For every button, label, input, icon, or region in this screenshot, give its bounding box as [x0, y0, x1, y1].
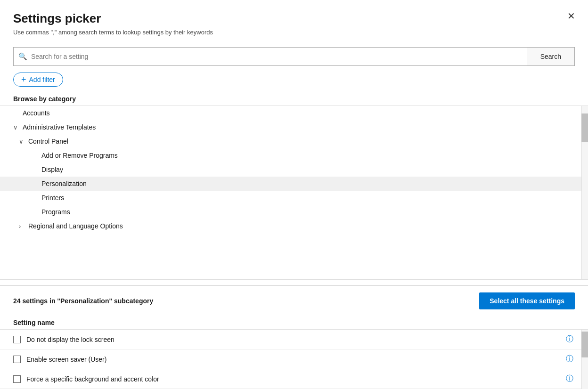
setting-name: Enable screen saver (User)	[26, 356, 559, 363]
tree-item-label: Printers	[41, 194, 64, 202]
dialog-subtitle: Use commas "," among search terms to loo…	[13, 29, 575, 36]
search-icon: 🔍	[18, 52, 27, 61]
tree-item-label: Regional and Language Options	[28, 222, 123, 230]
tree-item-label: Control Panel	[28, 138, 68, 145]
settings-count: 24 settings in "Personalization" subcate…	[13, 297, 153, 305]
tree-item-label: Add or Remove Programs	[41, 152, 118, 159]
tree-item-label: Administrative Templates	[23, 123, 96, 131]
dialog-title: Settings picker	[13, 11, 575, 26]
tree-item-label: Accounts	[23, 109, 50, 117]
search-button[interactable]: Search	[527, 47, 575, 66]
tree-item[interactable]: ∨Control Panel	[0, 134, 588, 148]
settings-list-header: Setting name	[0, 316, 588, 330]
settings-picker-dialog: Settings picker Use commas "," among sea…	[0, 0, 588, 389]
chevron-icon: ∨	[13, 124, 22, 131]
filter-row: + Add filter	[0, 71, 588, 91]
setting-name: Do not display the lock screen	[26, 336, 559, 343]
tree-item[interactable]: Accounts	[0, 106, 588, 120]
tree-item[interactable]: Printers	[0, 191, 588, 205]
add-filter-button[interactable]: + Add filter	[13, 73, 63, 87]
tree-scrollbar-track	[581, 106, 588, 279]
tree-item[interactable]: Add or Remove Programs	[0, 148, 588, 162]
dialog-header: Settings picker Use commas "," among sea…	[0, 0, 588, 41]
tree-scrollbar-thumb	[581, 113, 588, 142]
add-filter-label: Add filter	[29, 76, 55, 83]
settings-scrollbar-thumb	[581, 332, 588, 357]
chevron-icon: ›	[19, 223, 27, 230]
info-icon[interactable]: ⓘ	[564, 334, 575, 344]
setting-name: Force a specific background and accent c…	[26, 375, 559, 383]
tree-item-label: Programs	[41, 208, 70, 216]
search-input[interactable]	[31, 53, 522, 60]
tree-item[interactable]: Programs	[0, 205, 588, 219]
settings-list: Do not display the lock screenⓘEnable sc…	[0, 330, 588, 389]
tree-item[interactable]: Display	[0, 162, 588, 177]
browse-label: Browse by category	[0, 91, 588, 105]
info-icon[interactable]: ⓘ	[564, 354, 575, 364]
tree-item-label: Personalization	[41, 180, 87, 187]
setting-checkbox[interactable]	[13, 336, 21, 343]
bottom-header: 24 settings in "Personalization" subcate…	[0, 286, 588, 316]
close-button[interactable]: ✕	[564, 8, 579, 24]
settings-scrollbar-track	[581, 330, 588, 389]
bottom-panel: 24 settings in "Personalization" subcate…	[0, 285, 588, 389]
add-filter-plus-icon: +	[21, 75, 26, 84]
tree-item[interactable]: ›Regional and Language Options	[0, 219, 588, 233]
tree-item[interactable]: ∨Administrative Templates	[0, 120, 588, 134]
setting-item[interactable]: Enable screen saver (User)ⓘ	[0, 349, 588, 369]
setting-checkbox[interactable]	[13, 375, 21, 383]
chevron-icon: ∨	[19, 138, 27, 145]
info-icon[interactable]: ⓘ	[564, 374, 575, 384]
tree-item[interactable]: Personalization	[0, 177, 588, 191]
search-input-wrap: 🔍	[13, 47, 527, 66]
setting-checkbox[interactable]	[13, 356, 21, 363]
browse-section: Browse by category Accounts∨Administrati…	[0, 91, 588, 285]
setting-item[interactable]: Force a specific background and accent c…	[0, 369, 588, 389]
tree-area[interactable]: Accounts∨Administrative Templates∨Contro…	[0, 105, 588, 280]
select-all-button[interactable]: Select all these settings	[479, 292, 575, 309]
setting-item[interactable]: Do not display the lock screenⓘ	[0, 330, 588, 349]
tree-item-label: Display	[41, 166, 63, 173]
search-row: 🔍 Search	[0, 41, 588, 71]
